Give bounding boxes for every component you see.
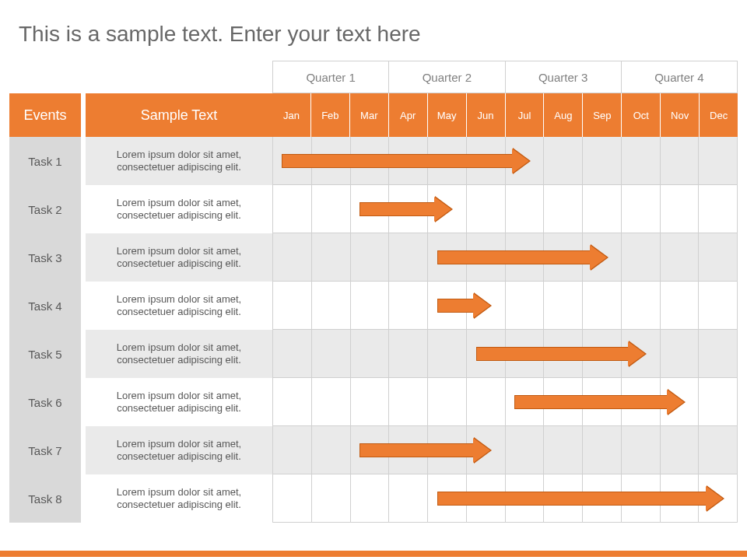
task-name-cell: Task 4 — [9, 282, 81, 330]
gantt-arrow — [359, 443, 474, 457]
grid-cell — [506, 282, 545, 330]
grid-cell — [467, 378, 506, 426]
task-desc-cell: Lorem ipsum dolor sit amet, consectetuer… — [86, 426, 272, 474]
quarter-header: Quarter 2 — [389, 61, 505, 93]
grid-cell — [622, 282, 661, 330]
grid-cell — [622, 137, 661, 185]
task-row: Task 8Lorem ipsum dolor sit amet, consec… — [9, 474, 272, 523]
left-headers: Events Sample Text — [9, 93, 272, 137]
grid-cell — [506, 185, 545, 233]
gantt-arrow — [476, 347, 630, 361]
grid-cell — [272, 330, 312, 378]
task-row: Task 3Lorem ipsum dolor sit amet, consec… — [9, 233, 272, 282]
task-desc-cell: Lorem ipsum dolor sit amet, consectetuer… — [86, 330, 272, 378]
gantt-arrow — [359, 202, 435, 216]
grid-cell — [312, 378, 351, 426]
grid-cell — [272, 474, 312, 523]
task-row: Task 4Lorem ipsum dolor sit amet, consec… — [9, 282, 272, 330]
gantt-arrow — [437, 299, 474, 313]
task-name-cell: Task 2 — [9, 185, 81, 233]
task-row: Task 5Lorem ipsum dolor sit amet, consec… — [9, 330, 272, 378]
grid-cell — [583, 282, 622, 330]
month-header: Mar — [350, 93, 389, 137]
grid-cell — [661, 426, 700, 474]
month-row: JanFebMarAprMayJunJulAugSepOctNovDec — [272, 93, 738, 137]
month-header: Aug — [544, 93, 583, 137]
grid-cell — [622, 426, 661, 474]
task-desc-cell: Lorem ipsum dolor sit amet, consectetuer… — [86, 137, 272, 185]
task-desc-cell: Lorem ipsum dolor sit amet, consectetuer… — [86, 233, 272, 282]
month-header: Sep — [583, 93, 622, 137]
timeline-grid — [272, 137, 738, 523]
grid-cell — [583, 185, 622, 233]
month-header: Oct — [622, 93, 661, 137]
grid-cell — [312, 426, 351, 474]
grid-cell — [699, 378, 738, 426]
header-events: Events — [9, 93, 81, 137]
task-desc-cell: Lorem ipsum dolor sit amet, consectetuer… — [86, 282, 272, 330]
grid-cell — [272, 426, 312, 474]
grid-cell — [661, 330, 700, 378]
gantt-arrow — [437, 250, 591, 264]
month-header: Jan — [272, 93, 311, 137]
task-row: Task 6Lorem ipsum dolor sit amet, consec… — [9, 378, 272, 426]
grid-cell — [389, 330, 428, 378]
left-panel: Events Sample Text Task 1Lorem ipsum dol… — [9, 61, 272, 523]
month-header: May — [428, 93, 467, 137]
task-name-cell: Task 5 — [9, 330, 81, 378]
gantt-arrow — [514, 395, 668, 409]
task-name-cell: Task 6 — [9, 378, 81, 426]
grid-cell — [312, 233, 351, 282]
grid-cell — [272, 185, 312, 233]
quarter-row: Quarter 1Quarter 2Quarter 3Quarter 4 — [272, 61, 738, 93]
grid-cell — [699, 282, 738, 330]
grid-cell — [699, 426, 738, 474]
grid-cell — [351, 330, 390, 378]
grid-cell — [351, 282, 390, 330]
grid-row — [272, 426, 738, 474]
grid-cell — [699, 233, 738, 282]
grid-cell — [389, 378, 428, 426]
task-name-cell: Task 1 — [9, 137, 81, 185]
header-sample-text: Sample Text — [86, 93, 272, 137]
task-row: Task 1Lorem ipsum dolor sit amet, consec… — [9, 137, 272, 185]
grid-cell — [312, 474, 351, 523]
timeline-panel: Quarter 1Quarter 2Quarter 3Quarter 4 Jan… — [272, 61, 738, 523]
grid-cell — [699, 330, 738, 378]
grid-cell — [661, 233, 700, 282]
grid-cell — [351, 378, 390, 426]
quarter-header: Quarter 1 — [272, 61, 389, 93]
month-header: Jul — [506, 93, 545, 137]
month-header: Dec — [700, 93, 738, 137]
footer-accent-bar — [0, 551, 747, 557]
grid-cell — [661, 185, 700, 233]
grid-cell — [699, 185, 738, 233]
grid-cell — [428, 378, 467, 426]
grid-cell — [544, 185, 583, 233]
grid-cell — [544, 282, 583, 330]
task-row: Task 2Lorem ipsum dolor sit amet, consec… — [9, 185, 272, 233]
grid-cell — [428, 330, 467, 378]
month-header: Nov — [661, 93, 700, 137]
grid-cell — [272, 378, 312, 426]
grid-cell — [389, 282, 428, 330]
month-header: Apr — [389, 93, 428, 137]
task-desc-cell: Lorem ipsum dolor sit amet, consectetuer… — [86, 474, 272, 523]
grid-row — [272, 282, 738, 330]
grid-row — [272, 185, 738, 233]
task-desc-cell: Lorem ipsum dolor sit amet, consectetuer… — [86, 378, 272, 426]
grid-cell — [622, 233, 661, 282]
grid-cell — [312, 282, 351, 330]
grid-cell — [661, 137, 700, 185]
task-row: Task 7Lorem ipsum dolor sit amet, consec… — [9, 426, 272, 474]
grid-cell — [661, 282, 700, 330]
month-header: Feb — [311, 93, 350, 137]
quarter-header: Quarter 3 — [506, 61, 622, 93]
grid-cell — [312, 185, 351, 233]
grid-cell — [544, 426, 583, 474]
grid-cell — [351, 474, 390, 523]
grid-cell — [389, 474, 428, 523]
grid-cell — [506, 426, 545, 474]
month-header: Jun — [467, 93, 506, 137]
grid-cell — [467, 185, 506, 233]
